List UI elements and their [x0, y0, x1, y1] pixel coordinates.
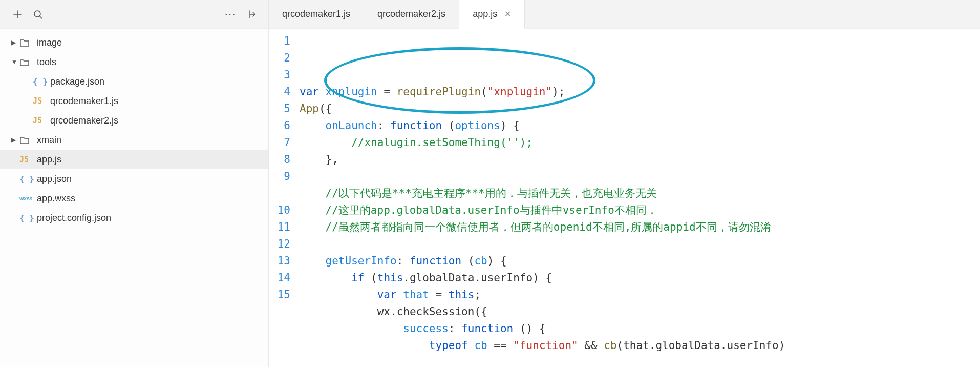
search-button[interactable] [28, 4, 48, 25]
line-number: 5 [269, 100, 290, 117]
collapse-panel-button[interactable] [241, 4, 261, 25]
tree-item-label: qrcodemaker1.js [50, 96, 118, 107]
line-number: 2 [269, 50, 290, 67]
json-icon: { } [19, 213, 35, 223]
tree-file[interactable]: { }package.json [0, 72, 268, 91]
json-icon: { } [33, 77, 48, 87]
line-number: 7 [269, 134, 290, 151]
file-tree: ▶image▼tools{ }package.jsonJSqrcodemaker… [0, 29, 268, 228]
line-gutter: 123456789101112131415 [269, 29, 300, 367]
line-number: 13 [269, 253, 290, 270]
main-layout: ⋯ ▶image▼tools{ }package.jsonJSqrcodemak… [0, 0, 980, 367]
line-number: 12 [269, 236, 290, 253]
code-line[interactable]: //xnalugin.setSomeThing(''); [300, 134, 980, 151]
folder-icon [19, 57, 35, 67]
code-line[interactable]: //这里的app.globalData.userInfo与插件中vserInfo… [300, 202, 980, 219]
folder-icon [19, 38, 35, 47]
more-button[interactable]: ⋯ [220, 4, 241, 25]
code-line[interactable]: //虽然两者都指向同一个微信使用者，但两者的openid不相同,所属的appid… [300, 219, 980, 253]
tree-item-label: app.json [37, 174, 72, 185]
line-number: 9 [269, 168, 290, 202]
tab-label: app.js [473, 9, 497, 19]
json-icon: { } [19, 174, 35, 184]
code-line[interactable]: }, [300, 151, 980, 168]
sidebar: ⋯ ▶image▼tools{ }package.jsonJSqrcodemak… [0, 0, 269, 367]
code-line[interactable]: wx.checkSession({ [300, 303, 980, 320]
new-file-button[interactable] [7, 4, 28, 25]
editor-tab[interactable]: app.js✕ [459, 0, 525, 29]
code-line[interactable]: success: function () { [300, 320, 980, 337]
line-number: 14 [269, 270, 290, 287]
js-icon: JS [33, 116, 48, 125]
tree-item-label: project.config.json [37, 213, 111, 223]
code-line[interactable]: var xnplugin = requirePlugin("xnplugin")… [300, 84, 980, 100]
tree-folder[interactable]: ▶image [0, 33, 268, 52]
js-icon: JS [33, 96, 48, 106]
chevron-down-icon: ▼ [11, 58, 19, 66]
tree-folder[interactable]: ▶xmain [0, 130, 268, 150]
wxss-icon: wxss [19, 195, 35, 201]
tab-label: qrcodemaker2.js [377, 9, 445, 19]
editor-tabs: qrcodemaker1.jsqrcodemaker2.jsapp.js✕ [269, 0, 980, 29]
code-line[interactable]: App({ [300, 100, 980, 117]
code-line[interactable] [300, 168, 980, 185]
line-number: 4 [269, 84, 290, 100]
tab-label: qrcodemaker1.js [282, 9, 350, 19]
tree-item-label: app.js [37, 154, 61, 165]
tree-item-label: app.wxss [37, 193, 75, 204]
line-number: 10 [269, 202, 290, 219]
tree-file[interactable]: wxssapp.wxss [0, 189, 268, 208]
svg-point-0 [34, 11, 40, 17]
tree-file[interactable]: JSapp.js [0, 150, 268, 169]
folder-icon [19, 135, 35, 145]
code-line[interactable]: onLaunch: function (options) { [300, 117, 980, 134]
code-content[interactable]: var xnplugin = requirePlugin("xnplugin")… [300, 29, 980, 367]
line-number: 3 [269, 67, 290, 84]
code-line[interactable]: getUserInfo: function (cb) { [300, 253, 980, 270]
line-number: 11 [269, 219, 290, 236]
close-icon[interactable]: ✕ [504, 9, 511, 19]
tree-item-label: tools [37, 57, 56, 68]
chevron-right-icon: ▶ [11, 136, 19, 144]
code-line[interactable]: typeof cb == "function" && cb(that.globa… [300, 337, 980, 354]
chevron-right-icon: ▶ [11, 39, 19, 46]
tree-item-label: image [37, 37, 62, 48]
code-line[interactable]: if (this.globalData.userInfo) { [300, 270, 980, 287]
tree-item-label: xmain [37, 135, 61, 146]
editor-area: qrcodemaker1.jsqrcodemaker2.jsapp.js✕ 12… [269, 0, 980, 367]
line-number: 8 [269, 151, 290, 168]
code-area[interactable]: 123456789101112131415 var xnplugin = req… [269, 29, 980, 367]
tree-file[interactable]: JSqrcodemaker2.js [0, 111, 268, 130]
sidebar-toolbar: ⋯ [0, 0, 268, 29]
tree-item-label: qrcodemaker2.js [50, 115, 118, 126]
tree-item-label: package.json [50, 76, 104, 87]
line-number: 15 [269, 287, 290, 303]
line-number: 1 [269, 33, 290, 50]
tree-file[interactable]: { }app.json [0, 169, 268, 189]
code-line[interactable]: //以下代码是***充电主程序***用的，与插件无关，也充电业务无关 [300, 185, 980, 202]
editor-tab[interactable]: qrcodemaker2.js [364, 0, 459, 28]
line-number: 6 [269, 117, 290, 134]
code-line[interactable]: var that = this; [300, 287, 980, 303]
js-icon: JS [19, 155, 35, 164]
editor-tab[interactable]: qrcodemaker1.js [269, 0, 364, 28]
tree-file[interactable]: { }project.config.json [0, 208, 268, 228]
tree-file[interactable]: JSqrcodemaker1.js [0, 91, 268, 111]
tree-folder[interactable]: ▼tools [0, 52, 268, 72]
